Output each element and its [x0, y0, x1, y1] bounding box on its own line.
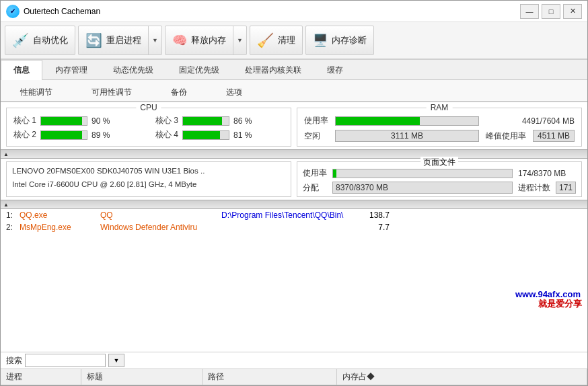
tab-info[interactable]: 信息 [1, 60, 42, 80]
proc-mem-1: 138.7 [356, 210, 390, 220]
proc-path-1: D:\Program Files\Tencent\QQ\Bin\ [221, 210, 356, 220]
maximize-button[interactable]: □ [542, 4, 560, 19]
table-header: 进程 标题 路径 内存占◆ [1, 369, 587, 385]
main-window: ✔ Outertech Cacheman — □ ✕ 💉 自动优化 🔄 重启进程… [0, 0, 588, 386]
cpu-core1-label: 核心 1 [13, 115, 36, 126]
pf-usage-value: 174/8370 MB [518, 169, 576, 178]
restart-process-label: 重启进程 [106, 34, 141, 46]
pagefile-box: 页面文件 使用率 174/8370 MB 分配 8370/8370 MB 进程计… [297, 161, 582, 197]
cpu-core4-pct: 81 % [233, 130, 255, 140]
search-dropdown-button[interactable]: ▼ [108, 354, 124, 367]
tab-cache[interactable]: 缓存 [314, 60, 356, 80]
release-memory-dropdown[interactable]: ▼ [233, 26, 246, 54]
window-title: Outertech Cacheman [24, 7, 520, 16]
tab-cpu-affinity[interactable]: 处理器内核关联 [232, 60, 314, 80]
cpu-core2-fill [41, 131, 82, 139]
ram-usage-label: 使用率 [304, 115, 328, 126]
minimize-button[interactable]: — [520, 4, 539, 19]
ram-peak-value: 4511 MB [533, 130, 575, 142]
ram-free-label: 空闲 [304, 130, 328, 142]
process-row-2[interactable]: 2: MsMpEng.exe Windows Defender Antiviru… [6, 221, 582, 233]
sysinfo-left: LENOVO 20FMS0EX00 SDK0J40705 WIN U3E1 Bi… [6, 161, 291, 197]
proc-name-1: QQ.exe [20, 210, 100, 220]
cpu-core3-row: 核心 3 86 % [155, 115, 284, 126]
tab-avail-tuning[interactable]: 可用性调节 [72, 83, 151, 102]
pf-usage-fill [333, 169, 336, 178]
tab-memory-management[interactable]: 内存管理 [42, 60, 100, 80]
toolbar: 💉 自动优化 🔄 重启进程 ▼ 🧠 释放内存 ▼ 🧹 清理 🖥️ 内存诊断 [1, 22, 587, 60]
restart-process-dropdown[interactable]: ▼ [149, 26, 161, 54]
pagefile-grid: 使用率 174/8370 MB 分配 8370/8370 MB 进程计数 171 [303, 167, 576, 194]
sysinfo-line1: LENOVO 20FMS0EX00 SDK0J40705 WIN U3E1 Bi… [12, 165, 285, 178]
ram-grid: 使用率 4491/7604 MB 空闲 3111 MB 峰值使用率 4511 M… [304, 115, 575, 142]
tabs-row1: 信息 内存管理 动态优先级 固定优先级 处理器内核关联 缓存 [1, 60, 587, 80]
pf-proc-label: 进程计数 [518, 182, 550, 194]
cpu-core3-bar [182, 116, 229, 126]
cpu-core3-fill [183, 117, 222, 125]
watermark2: 就是爱分享 [538, 298, 582, 310]
close-button[interactable]: ✕ [563, 4, 582, 19]
tab-perf-tuning[interactable]: 性能调节 [1, 83, 72, 102]
cpu-core4-row: 核心 4 81 % [155, 129, 284, 141]
scroll-indicator-2[interactable]: ▲ [1, 200, 587, 209]
release-memory-label: 释放内存 [191, 34, 226, 46]
search-bar: 搜索 ▼ [1, 352, 587, 369]
cpu-core4-fill [183, 131, 220, 139]
restart-process-split-button: 🔄 重启进程 ▼ [78, 26, 162, 55]
th-title[interactable]: 标题 [81, 369, 203, 385]
ram-free-value: 3111 MB [335, 130, 479, 142]
search-input[interactable] [25, 354, 106, 367]
search-label: 搜索 [6, 355, 22, 366]
clean-button[interactable]: 🧹 清理 [250, 26, 303, 55]
process-section: 1: QQ.exe QQ D:\Program Files\Tencent\QQ… [1, 209, 587, 352]
ram-box: RAM 使用率 4491/7604 MB 空闲 3111 MB 峰值使用率 45… [297, 108, 582, 147]
pf-proc-value: 171 [556, 182, 576, 194]
cpu-core3-pct: 86 % [233, 116, 255, 126]
th-process[interactable]: 进程 [1, 369, 81, 385]
tab-backup[interactable]: 备份 [151, 83, 207, 102]
tab-options[interactable]: 选项 [207, 83, 262, 102]
tab-fixed-priority[interactable]: 固定优先级 [166, 60, 232, 80]
process-row-1[interactable]: 1: QQ.exe QQ D:\Program Files\Tencent\QQ… [6, 209, 582, 221]
proc-mem-2: 7.7 [356, 223, 390, 232]
ram-peak-label: 峰值使用率 [486, 130, 526, 142]
pf-alloc-value: 8370/8370 MB [332, 182, 513, 194]
proc-desc-2: Windows Defender Antiviru [100, 223, 221, 232]
cpu-core4-label: 核心 4 [155, 129, 178, 141]
main-content: CPU 核心 1 90 % 核心 3 86 % [1, 102, 587, 385]
proc-desc-1: QQ [100, 210, 221, 220]
cpu-core1-fill [41, 117, 82, 125]
title-bar: ✔ Outertech Cacheman — □ ✕ [1, 1, 587, 22]
app-icon: ✔ [6, 5, 20, 18]
cpu-core2-pct: 89 % [91, 130, 113, 140]
cpu-grid: 核心 1 90 % 核心 3 86 % 核心 2 [13, 115, 284, 141]
release-memory-main[interactable]: 🧠 释放内存 [166, 26, 233, 54]
memory-icon: 🧠 [172, 33, 187, 48]
memory-diag-label: 内存诊断 [332, 34, 367, 46]
ram-usage-fill [336, 117, 420, 125]
scroll-arrow-2: ▲ [3, 202, 9, 208]
chip-icon: 🖥️ [313, 33, 328, 48]
cpu-core1-row: 核心 1 90 % [13, 115, 142, 126]
clean-label: 清理 [278, 34, 295, 46]
proc-name-2: MsMpEng.exe [20, 223, 100, 232]
cpu-core2-row: 核心 2 89 % [13, 129, 142, 141]
scroll-indicator-1[interactable]: ▲ [1, 149, 587, 159]
cpu-box: CPU 核心 1 90 % 核心 3 86 % [6, 108, 291, 147]
window-controls: — □ ✕ [520, 4, 582, 19]
auto-optimize-label: 自动优化 [33, 34, 68, 46]
cpu-core2-label: 核心 2 [13, 129, 36, 141]
restart-process-main[interactable]: 🔄 重启进程 [79, 26, 149, 54]
ram-usage-value: 4491/7604 MB [486, 116, 575, 126]
pagefile-label: 页面文件 [420, 157, 458, 168]
tab-dynamic-priority[interactable]: 动态优先级 [100, 60, 166, 80]
th-memory[interactable]: 内存占◆ [337, 369, 587, 385]
ram-usage-bar [335, 116, 479, 126]
sysinfo-line2: Intel Core i7-6600U CPU @ 2.60 [2.81] GH… [12, 178, 285, 192]
syringe-icon: 💉 [12, 32, 29, 48]
cpu-core1-bar [40, 116, 87, 126]
auto-optimize-button[interactable]: 💉 自动优化 [5, 26, 75, 55]
memory-diag-button[interactable]: 🖥️ 内存诊断 [305, 26, 374, 55]
ram-label: RAM [427, 103, 453, 112]
th-path[interactable]: 路径 [203, 369, 337, 385]
